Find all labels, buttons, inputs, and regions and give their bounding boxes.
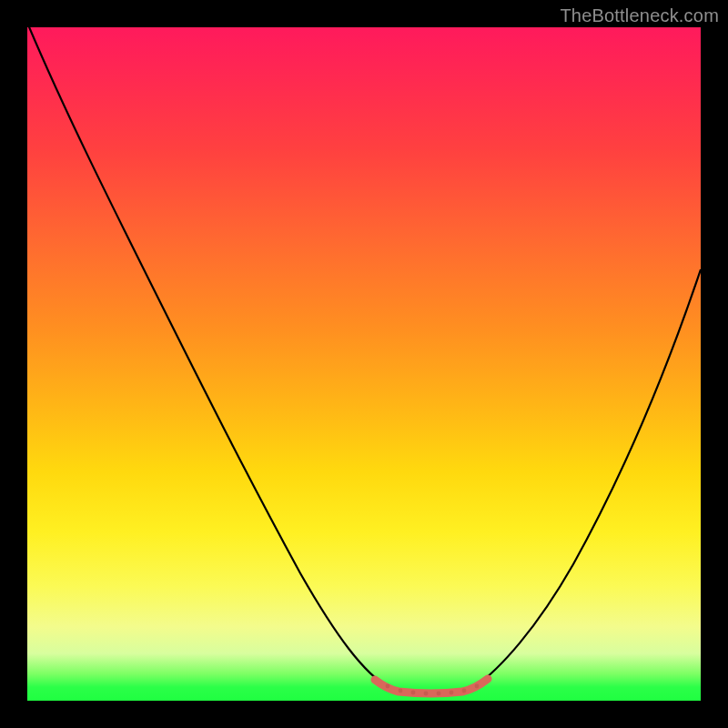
svg-point-0 [386, 684, 390, 689]
svg-point-7 [475, 684, 480, 689]
svg-point-5 [450, 691, 454, 695]
svg-point-2 [411, 691, 416, 695]
basin-highlight [375, 679, 488, 693]
left-branch [27, 27, 389, 688]
svg-point-3 [424, 692, 429, 696]
chart-frame: TheBottleneck.com [0, 0, 728, 728]
basin-floor [389, 688, 473, 692]
plot-area [27, 27, 701, 701]
svg-point-4 [437, 692, 441, 696]
right-branch [473, 269, 701, 688]
basin-dots [386, 684, 480, 696]
svg-point-6 [462, 689, 467, 693]
svg-point-1 [399, 689, 403, 693]
bottleneck-curve [27, 27, 701, 701]
watermark-text: TheBottleneck.com [560, 5, 719, 26]
